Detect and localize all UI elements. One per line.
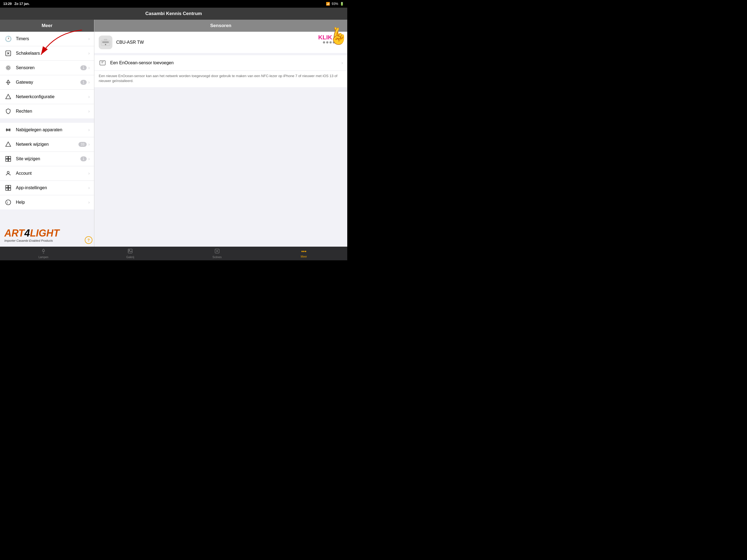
network-config-icon [4, 93, 12, 101]
netwerk-wijzigen-label: Netwerk wijzigen [16, 142, 78, 147]
sidebar-item-netwerk-wijzigen[interactable]: Netwerk wijzigen 33 › [0, 137, 94, 152]
clock-icon: 🕐 [4, 35, 12, 43]
art4light-logo: ART4LIGHT [4, 228, 90, 239]
timers-label: Timers [16, 36, 88, 41]
help-label: Help [16, 200, 88, 205]
svg-rect-9 [6, 156, 8, 159]
app-settings-icon [4, 184, 12, 192]
main-layout: Meer 🕐 Timers › [0, 20, 347, 247]
tab-lampen-label: Lampen [38, 256, 48, 259]
rights-icon [4, 107, 12, 115]
gateway-badge: 1 [80, 80, 87, 85]
sidebar-item-site-wijzigen[interactable]: Site wijzigen 1 › [0, 152, 94, 166]
gallery-icon [127, 248, 133, 255]
svg-point-28 [129, 250, 130, 251]
sidebar-item-gateway[interactable]: Gateway 1 › [0, 75, 94, 90]
nearby-icon [4, 126, 12, 134]
sensor-icon [4, 64, 12, 72]
tab-lampen[interactable]: Lampen [0, 248, 87, 259]
tab-galerij-label: Galerij [126, 256, 134, 259]
svg-point-4 [6, 66, 10, 70]
nabijgelegen-label: Nabijgelegen apparaten [16, 127, 88, 132]
sidebar-item-timers[interactable]: 🕐 Timers › [0, 32, 94, 46]
finger-icon: 🤞 [328, 26, 347, 46]
tab-meer[interactable]: ••• Meer [261, 249, 347, 258]
svg-rect-11 [6, 159, 8, 161]
sidebar-item-app-instellingen[interactable]: App-instellingen › [0, 181, 94, 195]
add-sensor-description: Een nieuwe EnOcean-sensor kan aan het ne… [94, 71, 347, 87]
svg-marker-8 [6, 142, 11, 147]
meer-icon: ••• [301, 249, 307, 255]
svg-text:i: i [7, 200, 8, 205]
scenes-icon [214, 248, 220, 255]
battery-level: 93% [332, 2, 338, 6]
svg-point-7 [7, 129, 9, 131]
title-bar: Casambi Kennis Centrum [0, 8, 347, 20]
tab-meer-label: Meer [301, 255, 307, 258]
add-sensor-chevron: › [341, 60, 343, 65]
svg-rect-21 [102, 41, 109, 43]
svg-rect-27 [128, 249, 132, 253]
device-row-wrapper: CBU-ASR TW › KLIK 🤞 [94, 32, 347, 53]
gateway-label: Gateway [16, 80, 80, 85]
lamp-icon [41, 248, 46, 255]
app-title: Casambi Kennis Centrum [146, 11, 202, 17]
logo-area: ART4LIGHT Importer Casambi Enabled Produ… [0, 225, 94, 245]
svg-marker-30 [216, 250, 218, 252]
svg-rect-14 [6, 185, 8, 187]
sidebar-header: Meer [0, 20, 94, 32]
svg-marker-6 [6, 94, 11, 99]
sidebar-item-netwerkconfiguratie[interactable]: Netwerkconfiguratie › [0, 90, 94, 104]
sidebar-item-schakelaars[interactable]: Schakelaars › [0, 46, 94, 61]
svg-rect-15 [8, 185, 11, 187]
sidebar-gap-1 [0, 121, 94, 123]
device-thumbnail [99, 35, 112, 49]
right-header: Sensoren [94, 20, 347, 32]
device-name: CBU-ASR TW [116, 40, 323, 45]
device-card-cbu[interactable]: CBU-ASR TW › [94, 32, 347, 53]
network-change-icon [4, 141, 12, 148]
site-icon [4, 155, 12, 163]
svg-point-18 [6, 200, 11, 205]
svg-rect-23 [104, 39, 107, 41]
svg-point-22 [105, 44, 106, 45]
right-content: Sensoren CBU-ASR TW [94, 20, 347, 247]
netwerkconfiguratie-label: Netwerkconfiguratie [16, 94, 88, 99]
gateway-icon [4, 78, 12, 86]
sensoren-label: Sensoren [16, 65, 80, 70]
switch-icon [4, 50, 12, 57]
sidebar-section-1: 🕐 Timers › Schakelaars › [0, 32, 94, 119]
tab-scenes[interactable]: Scènes [174, 248, 261, 259]
svg-rect-12 [8, 159, 11, 161]
site-wijzigen-label: Site wijzigen [16, 156, 80, 161]
site-badge: 1 [80, 156, 87, 161]
svg-rect-17 [8, 188, 11, 190]
status-bar: 13:29 Zo 17 jan. 📶 93% 🔋 [0, 0, 347, 8]
add-sensor-label: Een EnOcean-sensor toevoegen [110, 60, 341, 65]
sidebar-item-rechten[interactable]: Rechten › [0, 104, 94, 119]
add-sensor-section: Een EnOcean-sensor toevoegen › Een nieuw… [94, 55, 347, 87]
svg-point-3 [7, 67, 9, 69]
rechten-label: Rechten [16, 109, 88, 114]
tab-galerij[interactable]: Galerij [87, 248, 174, 259]
account-icon [4, 170, 12, 177]
sidebar-item-account[interactable]: Account › [0, 166, 94, 181]
battery-icon: 🔋 [340, 2, 344, 6]
sidebar-item-nabijgelegen[interactable]: Nabijgelegen apparaten › [0, 123, 94, 137]
netwerk-badge: 33 [78, 142, 86, 147]
app-instellingen-label: App-instellingen [16, 185, 88, 190]
status-time: 13:29 Zo 17 jan. [3, 2, 29, 6]
dot-1 [323, 41, 325, 44]
sidebar-section-2: Nabijgelegen apparaten › Netwerk wijzige… [0, 123, 94, 209]
add-sensor-icon [99, 59, 106, 67]
tab-bar: Lampen Galerij Scènes ••• Meer [0, 247, 347, 260]
sidebar: Meer 🕐 Timers › [0, 20, 94, 247]
add-sensor-row[interactable]: Een EnOcean-sensor toevoegen › [94, 55, 347, 71]
svg-point-13 [7, 172, 9, 173]
help-icon: i [4, 199, 12, 206]
sidebar-content: 🕐 Timers › Schakelaars › [0, 32, 94, 247]
sensoren-badge: 1 [80, 65, 87, 70]
sidebar-item-help[interactable]: i Help › [0, 195, 94, 209]
sidebar-item-sensoren[interactable]: Sensoren 1 › [0, 61, 94, 75]
logo-subtitle: Importer Casambi Enabled Products [4, 239, 90, 242]
